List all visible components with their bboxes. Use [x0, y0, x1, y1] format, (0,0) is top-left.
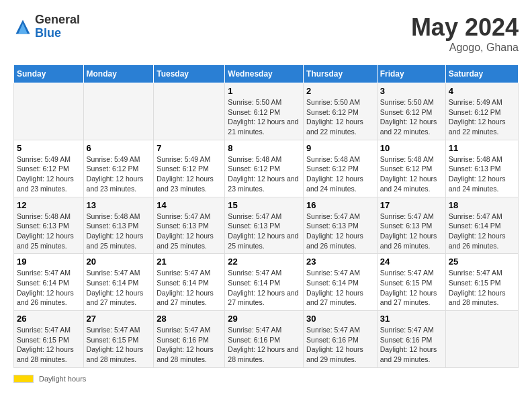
day-number: 12	[17, 200, 81, 210]
day-info: Sunrise: 5:47 AMSunset: 6:15 PMDaylight:…	[17, 325, 81, 365]
day-number: 22	[228, 257, 300, 267]
day-number: 15	[228, 200, 300, 210]
day-number: 14	[157, 200, 222, 210]
day-cell: 28Sunrise: 5:47 AMSunset: 6:16 PMDayligh…	[154, 311, 225, 368]
day-number: 27	[87, 314, 151, 324]
day-info: Sunrise: 5:48 AMSunset: 6:12 PMDaylight:…	[306, 154, 374, 194]
day-number: 6	[87, 143, 151, 153]
col-header-thursday: Thursday	[304, 65, 378, 83]
day-number: 5	[17, 143, 81, 153]
day-info: Sunrise: 5:49 AMSunset: 6:12 PMDaylight:…	[17, 154, 81, 194]
day-number: 4	[449, 86, 515, 96]
day-info: Sunrise: 5:47 AMSunset: 6:16 PMDaylight:…	[380, 325, 443, 365]
day-info: Sunrise: 5:47 AMSunset: 6:14 PMDaylight:…	[87, 268, 151, 308]
day-cell: 12Sunrise: 5:48 AMSunset: 6:13 PMDayligh…	[14, 197, 84, 254]
week-row-3: 12Sunrise: 5:48 AMSunset: 6:13 PMDayligh…	[14, 197, 519, 254]
day-cell: 21Sunrise: 5:47 AMSunset: 6:14 PMDayligh…	[154, 254, 225, 311]
day-cell: 11Sunrise: 5:48 AMSunset: 6:13 PMDayligh…	[445, 140, 518, 197]
day-info: Sunrise: 5:47 AMSunset: 6:16 PMDaylight:…	[228, 325, 300, 365]
day-cell: 5Sunrise: 5:49 AMSunset: 6:12 PMDaylight…	[14, 140, 84, 197]
day-number: 13	[87, 200, 151, 210]
day-cell: 23Sunrise: 5:47 AMSunset: 6:14 PMDayligh…	[304, 254, 378, 311]
day-number: 19	[17, 257, 81, 267]
day-cell: 27Sunrise: 5:47 AMSunset: 6:15 PMDayligh…	[83, 311, 154, 368]
logo-general-text: General	[35, 13, 80, 26]
col-header-saturday: Saturday	[445, 65, 518, 83]
page-header: General Blue May 2024 Agogo, Ghana	[13, 13, 519, 54]
day-info: Sunrise: 5:49 AMSunset: 6:12 PMDaylight:…	[449, 97, 515, 137]
day-cell: 26Sunrise: 5:47 AMSunset: 6:15 PMDayligh…	[14, 311, 84, 368]
day-number: 26	[17, 314, 81, 324]
daylight-label: Daylight hours	[39, 375, 86, 383]
day-info: Sunrise: 5:48 AMSunset: 6:12 PMDaylight:…	[380, 154, 443, 194]
day-info: Sunrise: 5:48 AMSunset: 6:13 PMDaylight:…	[449, 154, 515, 194]
day-cell: 8Sunrise: 5:48 AMSunset: 6:12 PMDaylight…	[225, 140, 304, 197]
week-row-4: 19Sunrise: 5:47 AMSunset: 6:14 PMDayligh…	[14, 254, 519, 311]
day-info: Sunrise: 5:48 AMSunset: 6:12 PMDaylight:…	[228, 154, 300, 194]
day-cell: 17Sunrise: 5:47 AMSunset: 6:13 PMDayligh…	[377, 197, 445, 254]
day-number: 17	[380, 200, 443, 210]
day-cell: 25Sunrise: 5:47 AMSunset: 6:15 PMDayligh…	[445, 254, 518, 311]
col-header-wednesday: Wednesday	[225, 65, 304, 83]
header-row: SundayMondayTuesdayWednesdayThursdayFrid…	[14, 65, 519, 83]
day-cell	[83, 83, 154, 140]
day-cell: 18Sunrise: 5:47 AMSunset: 6:14 PMDayligh…	[445, 197, 518, 254]
day-number: 11	[449, 143, 515, 153]
day-cell: 4Sunrise: 5:49 AMSunset: 6:12 PMDaylight…	[445, 83, 518, 140]
footer: Daylight hours	[13, 375, 519, 383]
day-info: Sunrise: 5:47 AMSunset: 6:14 PMDaylight:…	[306, 268, 374, 308]
day-cell: 30Sunrise: 5:47 AMSunset: 6:16 PMDayligh…	[304, 311, 378, 368]
week-row-1: 1Sunrise: 5:50 AMSunset: 6:12 PMDaylight…	[14, 83, 519, 140]
day-number: 10	[380, 143, 443, 153]
day-cell: 3Sunrise: 5:50 AMSunset: 6:12 PMDaylight…	[377, 83, 445, 140]
day-info: Sunrise: 5:47 AMSunset: 6:15 PMDaylight:…	[449, 268, 515, 308]
day-cell: 29Sunrise: 5:47 AMSunset: 6:16 PMDayligh…	[225, 311, 304, 368]
day-number: 21	[157, 257, 222, 267]
day-number: 24	[380, 257, 443, 267]
day-cell	[14, 83, 84, 140]
day-number: 29	[228, 314, 300, 324]
title-block: May 2024 Agogo, Ghana	[411, 13, 519, 54]
day-info: Sunrise: 5:49 AMSunset: 6:12 PMDaylight:…	[87, 154, 151, 194]
day-number: 25	[449, 257, 515, 267]
calendar-table: SundayMondayTuesdayWednesdayThursdayFrid…	[13, 64, 519, 368]
day-cell	[445, 311, 518, 368]
day-info: Sunrise: 5:50 AMSunset: 6:12 PMDaylight:…	[228, 97, 300, 137]
day-cell: 2Sunrise: 5:50 AMSunset: 6:12 PMDaylight…	[304, 83, 378, 140]
day-cell: 13Sunrise: 5:48 AMSunset: 6:13 PMDayligh…	[83, 197, 154, 254]
day-info: Sunrise: 5:47 AMSunset: 6:14 PMDaylight:…	[228, 268, 300, 308]
col-header-sunday: Sunday	[14, 65, 84, 83]
day-number: 30	[306, 314, 374, 324]
col-header-friday: Friday	[377, 65, 445, 83]
col-header-tuesday: Tuesday	[154, 65, 225, 83]
day-cell: 20Sunrise: 5:47 AMSunset: 6:14 PMDayligh…	[83, 254, 154, 311]
day-cell: 19Sunrise: 5:47 AMSunset: 6:14 PMDayligh…	[14, 254, 84, 311]
day-cell: 7Sunrise: 5:49 AMSunset: 6:12 PMDaylight…	[154, 140, 225, 197]
day-info: Sunrise: 5:47 AMSunset: 6:14 PMDaylight:…	[157, 268, 222, 308]
day-number: 9	[306, 143, 374, 153]
logo: General Blue	[13, 13, 80, 40]
day-cell: 16Sunrise: 5:47 AMSunset: 6:13 PMDayligh…	[304, 197, 378, 254]
day-cell: 15Sunrise: 5:47 AMSunset: 6:13 PMDayligh…	[225, 197, 304, 254]
day-cell: 14Sunrise: 5:47 AMSunset: 6:13 PMDayligh…	[154, 197, 225, 254]
day-number: 28	[157, 314, 222, 324]
day-info: Sunrise: 5:47 AMSunset: 6:13 PMDaylight:…	[228, 212, 300, 251]
day-number: 20	[87, 257, 151, 267]
day-number: 16	[306, 200, 374, 210]
subtitle: Agogo, Ghana	[411, 42, 519, 54]
day-info: Sunrise: 5:47 AMSunset: 6:16 PMDaylight:…	[306, 325, 374, 365]
day-number: 23	[306, 257, 374, 267]
day-info: Sunrise: 5:50 AMSunset: 6:12 PMDaylight:…	[306, 97, 374, 137]
day-cell: 10Sunrise: 5:48 AMSunset: 6:12 PMDayligh…	[377, 140, 445, 197]
main-title: May 2024	[411, 13, 519, 42]
logo-blue-text: Blue	[35, 26, 61, 40]
day-number: 18	[449, 200, 515, 210]
day-info: Sunrise: 5:47 AMSunset: 6:15 PMDaylight:…	[87, 325, 151, 365]
day-info: Sunrise: 5:50 AMSunset: 6:12 PMDaylight:…	[380, 97, 443, 137]
daylight-bar-icon	[13, 375, 34, 383]
day-cell	[154, 83, 225, 140]
day-info: Sunrise: 5:47 AMSunset: 6:16 PMDaylight:…	[157, 325, 222, 365]
day-info: Sunrise: 5:48 AMSunset: 6:13 PMDaylight:…	[17, 212, 81, 251]
col-header-monday: Monday	[83, 65, 154, 83]
day-info: Sunrise: 5:47 AMSunset: 6:13 PMDaylight:…	[306, 212, 374, 251]
